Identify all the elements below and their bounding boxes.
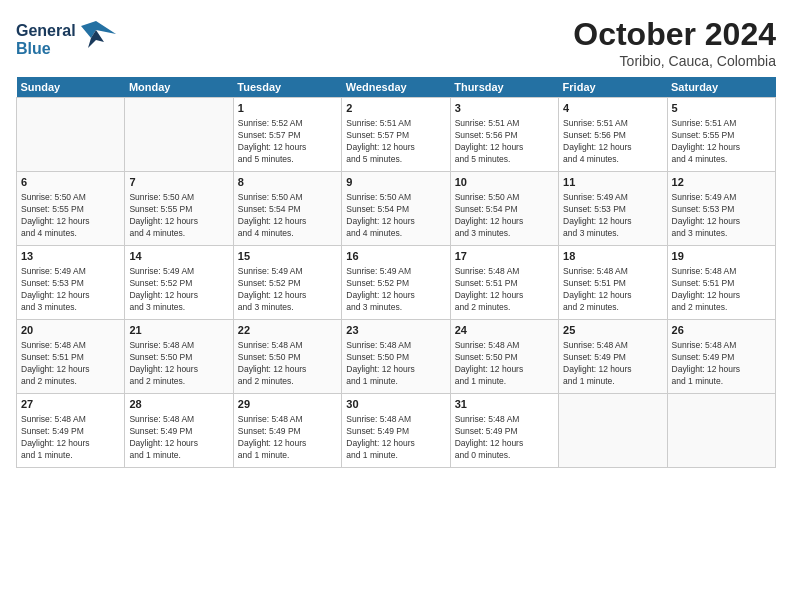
title-block: October 2024 Toribio, Cauca, Colombia xyxy=(573,16,776,69)
calendar-cell: 8Sunrise: 5:50 AM Sunset: 5:54 PM Daylig… xyxy=(233,172,341,246)
col-sunday: Sunday xyxy=(17,77,125,98)
day-info: Sunrise: 5:50 AM Sunset: 5:54 PM Dayligh… xyxy=(455,192,554,240)
day-number: 21 xyxy=(129,323,228,338)
calendar-cell: 23Sunrise: 5:48 AM Sunset: 5:50 PM Dayli… xyxy=(342,320,450,394)
calendar-cell: 5Sunrise: 5:51 AM Sunset: 5:55 PM Daylig… xyxy=(667,98,775,172)
day-number: 22 xyxy=(238,323,337,338)
day-number: 27 xyxy=(21,397,120,412)
day-number: 14 xyxy=(129,249,228,264)
calendar-cell: 7Sunrise: 5:50 AM Sunset: 5:55 PM Daylig… xyxy=(125,172,233,246)
calendar-cell: 27Sunrise: 5:48 AM Sunset: 5:49 PM Dayli… xyxy=(17,394,125,468)
day-info: Sunrise: 5:48 AM Sunset: 5:51 PM Dayligh… xyxy=(455,266,554,314)
calendar-cell: 31Sunrise: 5:48 AM Sunset: 5:49 PM Dayli… xyxy=(450,394,558,468)
col-thursday: Thursday xyxy=(450,77,558,98)
day-info: Sunrise: 5:48 AM Sunset: 5:50 PM Dayligh… xyxy=(238,340,337,388)
day-info: Sunrise: 5:48 AM Sunset: 5:49 PM Dayligh… xyxy=(238,414,337,462)
calendar-week-row: 6Sunrise: 5:50 AM Sunset: 5:55 PM Daylig… xyxy=(17,172,776,246)
day-number: 6 xyxy=(21,175,120,190)
col-friday: Friday xyxy=(559,77,667,98)
calendar-cell: 18Sunrise: 5:48 AM Sunset: 5:51 PM Dayli… xyxy=(559,246,667,320)
calendar-cell: 29Sunrise: 5:48 AM Sunset: 5:49 PM Dayli… xyxy=(233,394,341,468)
location: Toribio, Cauca, Colombia xyxy=(573,53,776,69)
calendar-cell: 28Sunrise: 5:48 AM Sunset: 5:49 PM Dayli… xyxy=(125,394,233,468)
day-info: Sunrise: 5:50 AM Sunset: 5:54 PM Dayligh… xyxy=(238,192,337,240)
col-tuesday: Tuesday xyxy=(233,77,341,98)
day-number: 8 xyxy=(238,175,337,190)
day-info: Sunrise: 5:50 AM Sunset: 5:55 PM Dayligh… xyxy=(21,192,120,240)
calendar-cell: 22Sunrise: 5:48 AM Sunset: 5:50 PM Dayli… xyxy=(233,320,341,394)
day-info: Sunrise: 5:51 AM Sunset: 5:56 PM Dayligh… xyxy=(455,118,554,166)
day-info: Sunrise: 5:48 AM Sunset: 5:49 PM Dayligh… xyxy=(563,340,662,388)
day-number: 29 xyxy=(238,397,337,412)
day-number: 9 xyxy=(346,175,445,190)
calendar-week-row: 13Sunrise: 5:49 AM Sunset: 5:53 PM Dayli… xyxy=(17,246,776,320)
calendar-cell: 24Sunrise: 5:48 AM Sunset: 5:50 PM Dayli… xyxy=(450,320,558,394)
day-number: 13 xyxy=(21,249,120,264)
logo: General Blue xyxy=(16,16,116,65)
day-info: Sunrise: 5:51 AM Sunset: 5:57 PM Dayligh… xyxy=(346,118,445,166)
day-number: 31 xyxy=(455,397,554,412)
day-number: 17 xyxy=(455,249,554,264)
day-info: Sunrise: 5:48 AM Sunset: 5:49 PM Dayligh… xyxy=(129,414,228,462)
day-info: Sunrise: 5:50 AM Sunset: 5:55 PM Dayligh… xyxy=(129,192,228,240)
day-number: 5 xyxy=(672,101,771,116)
day-info: Sunrise: 5:48 AM Sunset: 5:50 PM Dayligh… xyxy=(455,340,554,388)
calendar-cell: 4Sunrise: 5:51 AM Sunset: 5:56 PM Daylig… xyxy=(559,98,667,172)
logo-svg: General Blue xyxy=(16,16,116,61)
day-info: Sunrise: 5:51 AM Sunset: 5:56 PM Dayligh… xyxy=(563,118,662,166)
svg-text:Blue: Blue xyxy=(16,40,51,57)
day-number: 30 xyxy=(346,397,445,412)
calendar-cell: 15Sunrise: 5:49 AM Sunset: 5:52 PM Dayli… xyxy=(233,246,341,320)
calendar-cell: 9Sunrise: 5:50 AM Sunset: 5:54 PM Daylig… xyxy=(342,172,450,246)
day-number: 11 xyxy=(563,175,662,190)
svg-text:General: General xyxy=(16,22,76,39)
calendar-cell: 12Sunrise: 5:49 AM Sunset: 5:53 PM Dayli… xyxy=(667,172,775,246)
day-number: 10 xyxy=(455,175,554,190)
calendar-cell: 3Sunrise: 5:51 AM Sunset: 5:56 PM Daylig… xyxy=(450,98,558,172)
calendar-cell: 21Sunrise: 5:48 AM Sunset: 5:50 PM Dayli… xyxy=(125,320,233,394)
calendar-week-row: 20Sunrise: 5:48 AM Sunset: 5:51 PM Dayli… xyxy=(17,320,776,394)
calendar-cell: 2Sunrise: 5:51 AM Sunset: 5:57 PM Daylig… xyxy=(342,98,450,172)
day-info: Sunrise: 5:48 AM Sunset: 5:51 PM Dayligh… xyxy=(21,340,120,388)
day-info: Sunrise: 5:48 AM Sunset: 5:51 PM Dayligh… xyxy=(672,266,771,314)
calendar-cell: 20Sunrise: 5:48 AM Sunset: 5:51 PM Dayli… xyxy=(17,320,125,394)
calendar-cell: 14Sunrise: 5:49 AM Sunset: 5:52 PM Dayli… xyxy=(125,246,233,320)
day-number: 20 xyxy=(21,323,120,338)
day-info: Sunrise: 5:51 AM Sunset: 5:55 PM Dayligh… xyxy=(672,118,771,166)
calendar-cell: 11Sunrise: 5:49 AM Sunset: 5:53 PM Dayli… xyxy=(559,172,667,246)
day-info: Sunrise: 5:48 AM Sunset: 5:49 PM Dayligh… xyxy=(346,414,445,462)
day-number: 26 xyxy=(672,323,771,338)
day-number: 28 xyxy=(129,397,228,412)
day-number: 1 xyxy=(238,101,337,116)
day-info: Sunrise: 5:48 AM Sunset: 5:49 PM Dayligh… xyxy=(21,414,120,462)
day-info: Sunrise: 5:48 AM Sunset: 5:50 PM Dayligh… xyxy=(346,340,445,388)
day-number: 2 xyxy=(346,101,445,116)
day-number: 4 xyxy=(563,101,662,116)
day-info: Sunrise: 5:50 AM Sunset: 5:54 PM Dayligh… xyxy=(346,192,445,240)
day-info: Sunrise: 5:49 AM Sunset: 5:52 PM Dayligh… xyxy=(346,266,445,314)
calendar-table: Sunday Monday Tuesday Wednesday Thursday… xyxy=(16,77,776,468)
page-container: General Blue October 2024 Toribio, Cauca… xyxy=(0,0,792,612)
col-wednesday: Wednesday xyxy=(342,77,450,98)
day-number: 23 xyxy=(346,323,445,338)
day-info: Sunrise: 5:49 AM Sunset: 5:53 PM Dayligh… xyxy=(672,192,771,240)
day-number: 12 xyxy=(672,175,771,190)
calendar-header-row: Sunday Monday Tuesday Wednesday Thursday… xyxy=(17,77,776,98)
day-number: 15 xyxy=(238,249,337,264)
calendar-cell: 1Sunrise: 5:52 AM Sunset: 5:57 PM Daylig… xyxy=(233,98,341,172)
day-info: Sunrise: 5:48 AM Sunset: 5:51 PM Dayligh… xyxy=(563,266,662,314)
header: General Blue October 2024 Toribio, Cauca… xyxy=(16,16,776,69)
day-info: Sunrise: 5:48 AM Sunset: 5:49 PM Dayligh… xyxy=(672,340,771,388)
calendar-cell xyxy=(559,394,667,468)
calendar-cell: 25Sunrise: 5:48 AM Sunset: 5:49 PM Dayli… xyxy=(559,320,667,394)
day-number: 19 xyxy=(672,249,771,264)
calendar-cell xyxy=(667,394,775,468)
day-number: 16 xyxy=(346,249,445,264)
day-info: Sunrise: 5:48 AM Sunset: 5:49 PM Dayligh… xyxy=(455,414,554,462)
day-number: 3 xyxy=(455,101,554,116)
calendar-cell xyxy=(17,98,125,172)
calendar-cell: 19Sunrise: 5:48 AM Sunset: 5:51 PM Dayli… xyxy=(667,246,775,320)
day-number: 25 xyxy=(563,323,662,338)
calendar-cell: 26Sunrise: 5:48 AM Sunset: 5:49 PM Dayli… xyxy=(667,320,775,394)
day-info: Sunrise: 5:48 AM Sunset: 5:50 PM Dayligh… xyxy=(129,340,228,388)
